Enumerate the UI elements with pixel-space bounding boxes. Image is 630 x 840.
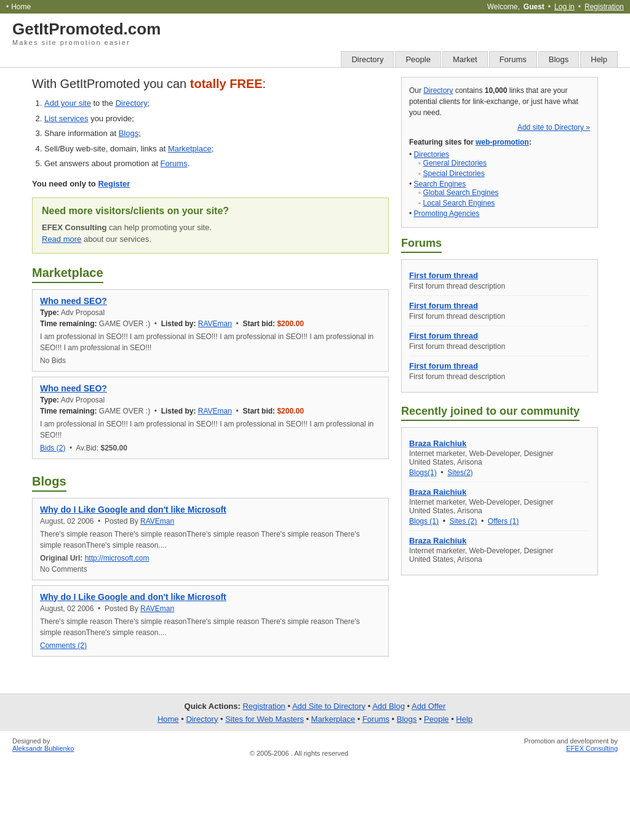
general-directories-link[interactable]: General Directories <box>423 159 487 167</box>
directory-link[interactable]: Directory <box>423 86 453 95</box>
market-item-bids2: Bids (2) • Av.Bid: $250.00 <box>40 444 381 452</box>
blogs-title: Blogs <box>32 474 66 492</box>
footer-forums-link[interactable]: Forums <box>362 714 389 724</box>
footer-home-link[interactable]: Home <box>158 714 179 724</box>
separator2: • <box>578 2 581 11</box>
promo-text: EFEX Consulting can help promoting your … <box>42 222 379 246</box>
nav-help[interactable]: Help <box>580 51 618 67</box>
member-name-link[interactable]: Braza Raichiuk <box>409 536 466 545</box>
list-item: Add your site to the Directory; <box>44 97 389 110</box>
directories-link[interactable]: Directories <box>414 150 449 159</box>
local-search-link[interactable]: Local Search Engines <box>423 199 495 207</box>
web-promotion-link[interactable]: web-promotion <box>476 138 529 146</box>
home-link[interactable]: Home <box>11 2 31 11</box>
special-directories-link[interactable]: Special Directories <box>423 169 485 178</box>
sub-category-item: Local Search Engines <box>418 199 590 207</box>
member-role: Internet marketer, Web-Developer, Design… <box>409 498 590 506</box>
register-link-top[interactable]: Registration <box>584 2 624 11</box>
footer-marketplace-link[interactable]: Markerplace <box>311 714 356 724</box>
footer-add-site-link[interactable]: Add Site to Directory <box>292 702 365 711</box>
market-item-title[interactable]: Who need SEO? <box>40 383 107 393</box>
register-link-main[interactable]: Register <box>98 179 130 188</box>
footer-add-blog-link[interactable]: Add Blog <box>372 702 405 711</box>
forums-link-intro[interactable]: Forums <box>161 159 188 168</box>
comments-link[interactable]: Comments (2) <box>40 641 87 650</box>
member-role: Internet marketer, Web-Developer, Design… <box>409 449 590 458</box>
footer-people-link[interactable]: People <box>424 714 449 724</box>
market-user-link2[interactable]: RAVEman <box>198 407 232 415</box>
nav-market[interactable]: Market <box>442 51 488 67</box>
topbar-home[interactable]: Home <box>6 2 31 11</box>
blog-title-link2[interactable]: Why do I Like Google and don't like Micr… <box>40 592 226 602</box>
forum-thread-link[interactable]: First forum thread <box>409 271 478 280</box>
blog-title-link[interactable]: Why do I Like Google and don't like Micr… <box>40 505 226 514</box>
forum-box: First forum thread First forum thread de… <box>401 259 598 393</box>
promo-dev: Promotion and development by EFEX Consul… <box>524 737 618 763</box>
global-search-link[interactable]: Global Search Engines <box>423 188 499 197</box>
member-sites-link2[interactable]: Sites (2) <box>450 517 477 526</box>
search-engines-link[interactable]: Search Engines <box>414 180 466 188</box>
forum-thread-link[interactable]: First forum thread <box>409 361 478 370</box>
marketplace-link-intro[interactable]: Marketplace <box>168 144 212 153</box>
member-offers-link[interactable]: Offers (1) <box>488 517 519 526</box>
forum-thread-desc: First forum thread description <box>409 282 590 290</box>
blog-meta: August, 02 2006 • Posted By RAVEman <box>40 517 381 526</box>
bids-link[interactable]: Bids (2) <box>40 444 65 452</box>
sub-category-item: Special Directories <box>418 169 590 178</box>
nav-blogs[interactable]: Blogs <box>538 51 580 67</box>
add-site-link[interactable]: Add your site <box>44 98 91 108</box>
read-more-link[interactable]: Read more <box>42 234 81 244</box>
footer-registration-link[interactable]: Registration <box>242 702 285 711</box>
footer-sites-webmasters-link[interactable]: Sites for Web Masters <box>225 714 304 724</box>
welcome-text: Welcome, <box>487 2 520 11</box>
quick-actions-label: Quick Actions: <box>185 702 241 711</box>
footer-directory-link[interactable]: Directory <box>186 714 218 724</box>
developer-link[interactable]: EFEX Consulting <box>566 745 618 752</box>
market-user-link[interactable]: RAVEman <box>198 319 232 328</box>
footer-add-offer-link[interactable]: Add Offer <box>412 702 445 711</box>
member-location: United States, Arisona <box>409 506 590 515</box>
blog-comments2: Comments (2) <box>40 641 381 650</box>
nav-forums[interactable]: Forums <box>489 51 537 67</box>
marketplace-section: Marketplace Who need SEO? Type: Adv Prop… <box>32 266 389 459</box>
blog-author-link2[interactable]: RAVEman <box>140 604 174 613</box>
member-blogs-link[interactable]: Blogs(1) <box>409 468 437 477</box>
community-title: Recently joined to our community <box>401 405 580 421</box>
login-link[interactable]: Log in <box>554 2 575 11</box>
market-item: Who need SEO? Type: Adv Proposal Time re… <box>32 377 389 459</box>
logo-text: GetItPromoted.com <box>12 20 618 39</box>
member-name-link[interactable]: Braza Raichiuk <box>409 439 466 448</box>
member-blogs-link2[interactable]: Blogs (1) <box>409 517 439 526</box>
left-column: With GetItPromoted you can totally FREE:… <box>32 77 401 672</box>
topbar: Home Welcome, Guest • Log in • Registrat… <box>0 0 630 14</box>
market-item-meta: Type: Adv Proposal <box>40 308 381 317</box>
footer-blogs-link[interactable]: Blogs <box>397 714 417 724</box>
sub-category-list: General Directories Special Directories <box>409 159 590 178</box>
blog-comments: No Comments <box>40 565 381 574</box>
nav-directory[interactable]: Directory <box>341 51 394 67</box>
member-sites-link[interactable]: Sites(2) <box>447 468 472 477</box>
blogs-link-intro[interactable]: Blogs <box>119 129 139 138</box>
footer-help-link[interactable]: Help <box>456 714 472 724</box>
blog-desc: There's simple reason There's simple rea… <box>40 529 381 551</box>
member-name-link[interactable]: Braza Raichiuk <box>409 487 466 497</box>
blog-author-link[interactable]: RAVEman <box>140 517 174 526</box>
market-item-title[interactable]: Who need SEO? <box>40 296 107 306</box>
forum-thread-desc: First forum thread description <box>409 372 590 381</box>
designed-by: Designed by Aleksandr Bublienko <box>12 737 74 763</box>
separator1: • <box>548 2 551 11</box>
add-site-link[interactable]: Add site to Directory » <box>517 123 590 132</box>
community-member: Braza Raichiuk Internet marketer, Web-De… <box>409 482 590 531</box>
nav-people[interactable]: People <box>395 51 441 67</box>
promoting-agencies-link[interactable]: Promoting Agencies <box>414 209 480 218</box>
blog-meta2: August, 02 2006 • Posted By RAVEman <box>40 604 381 613</box>
quick-actions: Quick Actions: Registration • Add Site t… <box>12 702 618 711</box>
forum-thread-link[interactable]: First forum thread <box>409 301 478 310</box>
directory-box: Our Directory contains 10,000 links that… <box>401 77 598 228</box>
forums-section: Forums First forum thread First forum th… <box>401 237 598 393</box>
blog-url-link[interactable]: http://microsoft.com <box>85 554 150 562</box>
forum-thread-link[interactable]: First forum thread <box>409 331 478 340</box>
list-services-link[interactable]: List services <box>44 114 89 123</box>
directory-link-intro[interactable]: Directory <box>116 98 148 108</box>
designer-link[interactable]: Aleksandr Bublienko <box>12 745 74 752</box>
